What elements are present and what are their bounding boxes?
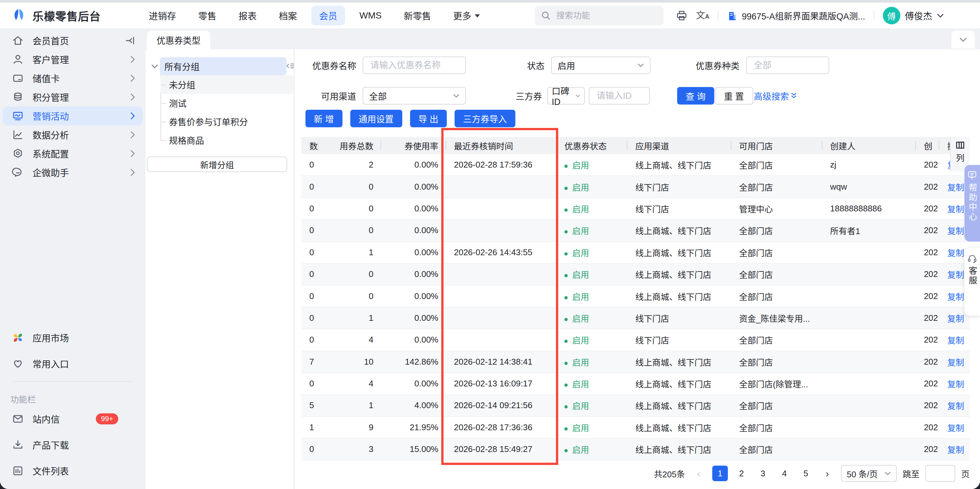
next-page-button[interactable]: ›: [819, 466, 835, 481]
sidebar-item-系统配置[interactable]: 系统配置: [3, 144, 143, 163]
tree-node-label[interactable]: 所有分组: [160, 57, 286, 75]
top-menu-item-1[interactable]: 进销存: [141, 6, 184, 25]
top-menu-item-6[interactable]: WMS: [352, 7, 389, 24]
company-name: 99675-A组新界面果蔬版QA测...: [742, 10, 865, 22]
sidebar-item-产品下载[interactable]: 产品下载: [3, 432, 143, 458]
toolbar-button-3[interactable]: 导 出: [410, 110, 447, 127]
toolbar-button-1[interactable]: 新 增: [305, 110, 342, 127]
tree-collapse-icon[interactable]: [286, 62, 294, 70]
sidebar-item-营销活动[interactable]: 营销活动: [3, 106, 143, 125]
chevron-right-icon[interactable]: [130, 75, 135, 82]
copy-link[interactable]: 复制: [947, 248, 964, 258]
copy-link[interactable]: 复制: [947, 314, 964, 324]
work-area: 优惠券名称 状态 启用 优惠券种类: [302, 49, 980, 489]
page-button-2[interactable]: 2: [734, 466, 749, 481]
cell-8: [822, 285, 916, 307]
global-search[interactable]: [535, 6, 663, 25]
page-button-5[interactable]: 5: [798, 466, 814, 481]
company-switcher[interactable]: 99675-A组新界面果蔬版QA测...: [727, 10, 865, 22]
sidebar-collapse-icon[interactable]: [125, 36, 135, 45]
advanced-search-link[interactable]: 高级搜索: [754, 87, 797, 105]
toolbar-button-4[interactable]: 三方券导入: [455, 110, 515, 127]
divider: [874, 11, 874, 21]
top-menu-item-8[interactable]: 更多: [445, 6, 488, 25]
top-menu-item-5[interactable]: 会员: [311, 6, 345, 25]
copy-link[interactable]: 复制: [947, 379, 964, 389]
third-party-id-field[interactable]: [589, 87, 650, 105]
app-logo[interactable]: 乐檬零售后台: [10, 3, 101, 29]
cell-6: 线上商城、线下门店: [627, 154, 731, 176]
page-button-3[interactable]: 3: [755, 466, 771, 481]
coupon-kind-field[interactable]: [746, 57, 829, 74]
user-menu[interactable]: 傅 傅俊杰: [883, 7, 944, 24]
translate-icon[interactable]: 文A: [696, 11, 710, 20]
table-row: 000.00%启用线上商城、线下门店全部门店202复制删: [302, 264, 970, 285]
cell-2: 0: [318, 176, 382, 197]
add-group-button[interactable]: 新增分组: [147, 157, 287, 172]
caret-down-icon[interactable]: [150, 64, 160, 68]
chevron-right-icon[interactable]: [130, 150, 135, 157]
sidebar-item-积分管理[interactable]: 积分管理: [3, 88, 143, 106]
copy-link[interactable]: 复制: [947, 336, 964, 346]
sidebar-item-客户管理[interactable]: 客户管理: [3, 50, 143, 69]
tree-node-测试[interactable]: 测试: [161, 94, 294, 112]
coupon-name-input[interactable]: [369, 60, 460, 71]
reset-button[interactable]: 重 置: [715, 87, 753, 105]
query-button[interactable]: 查 询: [677, 87, 714, 105]
ops-cell: 复制删: [939, 329, 970, 351]
chevron-right-icon[interactable]: [130, 93, 135, 101]
third-party-id-input[interactable]: [595, 90, 643, 102]
page-size-select[interactable]: 50 条/页: [841, 465, 897, 482]
chevron-down-icon: [638, 64, 644, 67]
coupon-kind-input[interactable]: [752, 60, 823, 71]
customer-service-button[interactable]: 客服: [964, 248, 980, 316]
sidebar-item-企微助手[interactable]: 企微助手: [3, 163, 143, 182]
tree-node-未分组[interactable]: 未分组: [161, 75, 294, 94]
sidebar-item-应用市场[interactable]: 应用市场: [3, 325, 143, 351]
coupon-name-field[interactable]: [363, 57, 466, 74]
sidebar-item-会员首页[interactable]: 会员首页: [3, 31, 143, 50]
sidebar-item-常用入口[interactable]: 常用入口: [3, 351, 143, 377]
sidebar-item-储值卡[interactable]: 储值卡: [3, 69, 143, 88]
print-icon[interactable]: [676, 10, 687, 21]
chevron-right-icon[interactable]: [130, 131, 135, 139]
copy-link[interactable]: 复制: [947, 445, 964, 455]
help-center-button[interactable]: 帮助中心: [964, 165, 980, 241]
chevron-right-icon[interactable]: [130, 112, 135, 120]
sidebar-item-数据分析[interactable]: 数据分析: [3, 125, 143, 144]
tree-node-规格商品[interactable]: 规格商品: [161, 131, 294, 149]
help-chat-icon: [968, 171, 977, 179]
cell-4: [446, 307, 557, 329]
top-menu-item-2[interactable]: 零售: [191, 6, 224, 25]
toolbar-button-2[interactable]: 通用设置: [350, 110, 402, 127]
copy-link[interactable]: 复制: [947, 401, 964, 411]
copy-link[interactable]: 复制: [947, 205, 964, 214]
copy-link[interactable]: 复制: [947, 358, 964, 368]
prev-page-button[interactable]: ‹: [691, 466, 706, 481]
table-row: 1921.95%2026-02-28 17:36:36启用线上商城、线下门店全部…: [302, 417, 970, 438]
page-button-1[interactable]: 1: [712, 466, 728, 481]
tab-coupon-type[interactable]: 优惠券类型: [147, 30, 210, 49]
sidebar-item-站内信[interactable]: 站内信99+: [3, 406, 143, 432]
tabbar-collapse-button[interactable]: [951, 30, 975, 49]
top-menu-item-4[interactable]: 档案: [271, 6, 305, 25]
cell-1: 0: [302, 176, 318, 197]
copy-link[interactable]: 复制: [947, 292, 964, 302]
page-button-4[interactable]: 4: [776, 466, 792, 481]
copy-link[interactable]: 复制: [947, 226, 964, 236]
tree-node-root[interactable]: 所有分组: [150, 57, 294, 75]
status-select[interactable]: 启用: [551, 57, 651, 74]
top-menu-item-7[interactable]: 新零售: [396, 6, 439, 25]
sidebar-item-文件列表[interactable]: 文件列表: [3, 458, 143, 484]
top-menu-item-3[interactable]: 报表: [231, 6, 264, 25]
chevron-right-icon[interactable]: [130, 56, 135, 64]
tree-node-券售价参与订单积分[interactable]: 券售价参与订单积分: [161, 112, 294, 131]
third-party-type-select[interactable]: 口碑ID: [547, 87, 585, 105]
jump-page-input[interactable]: [926, 465, 955, 482]
copy-link[interactable]: 复制: [947, 424, 964, 433]
chevron-right-icon[interactable]: [130, 168, 135, 176]
copy-link[interactable]: 复制: [947, 183, 964, 192]
search-input[interactable]: [555, 10, 657, 21]
copy-link[interactable]: 复制: [947, 270, 964, 280]
channel-select[interactable]: 全部: [363, 87, 466, 105]
